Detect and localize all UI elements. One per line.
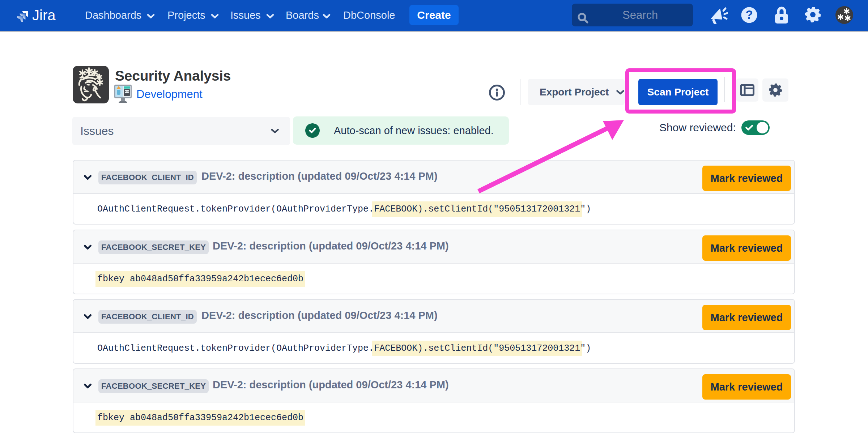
svg-text:?: ?	[745, 8, 753, 21]
